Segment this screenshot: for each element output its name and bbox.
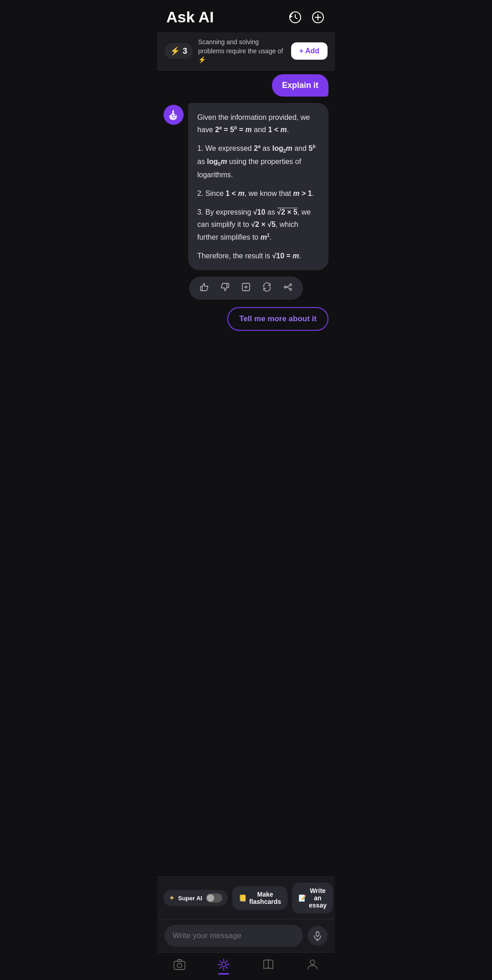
mic-button[interactable] <box>308 926 328 946</box>
ai-para-5: Therefore, the result is √10 = m. <box>197 250 319 262</box>
svg-point-2 <box>172 114 173 116</box>
ai-para-4: 3. By expressing √10 as √2 × 5, we can s… <box>197 206 319 243</box>
nav-book[interactable] <box>262 958 275 971</box>
history-icon[interactable] <box>287 10 303 25</box>
page-title: Ask AI <box>166 8 214 26</box>
lightning-icon: ⚡ <box>170 46 180 56</box>
essay-button[interactable]: 📝 Write an essay <box>292 883 333 913</box>
svg-point-12 <box>177 963 182 968</box>
add-credits-button[interactable]: + Add <box>291 42 328 60</box>
super-ai-thumb <box>207 894 214 902</box>
sparkle-icon: ✦ <box>169 894 174 902</box>
header: Ask AI <box>157 0 335 32</box>
action-buttons-container <box>189 277 303 300</box>
flashcards-button[interactable]: 📒 Make flashcards <box>232 886 287 910</box>
nav-camera[interactable] <box>173 958 186 971</box>
nav-profile[interactable] <box>306 958 319 971</box>
ai-bubble: Given the information provided, we have … <box>188 103 328 270</box>
svg-rect-10 <box>316 932 319 936</box>
svg-point-3 <box>174 114 176 116</box>
bottom-nav <box>157 952 335 980</box>
super-ai-track[interactable] <box>206 893 222 903</box>
super-ai-toggle[interactable]: ✦ Super AI <box>164 890 228 906</box>
ai-response-row: Given the information provided, we have … <box>164 103 328 270</box>
message-input[interactable] <box>164 925 303 947</box>
tell-more-container: Tell me more about it <box>164 307 328 331</box>
action-buttons-row <box>164 277 328 300</box>
refresh-button[interactable] <box>261 281 273 295</box>
share-button[interactable] <box>282 281 294 295</box>
essay-label: Write an essay <box>309 887 327 909</box>
input-area <box>157 919 335 952</box>
nav-active-indicator <box>218 973 229 975</box>
dislike-button[interactable] <box>219 281 231 295</box>
svg-rect-11 <box>174 961 185 970</box>
header-icons <box>287 10 326 25</box>
save-button[interactable] <box>240 281 252 295</box>
quick-actions-bar: ✦ Super AI 📒 Make flashcards 📝 Write an … <box>157 877 335 919</box>
tell-more-button[interactable]: Tell me more about it <box>227 307 328 331</box>
credits-count: 3 <box>183 46 187 56</box>
ai-para-1: Given the information provided, we have … <box>197 111 319 136</box>
svg-rect-5 <box>227 283 229 287</box>
svg-point-7 <box>290 284 292 286</box>
ai-avatar <box>164 105 184 125</box>
super-ai-label: Super AI <box>178 895 202 902</box>
banner-text: Scanning and solving problems require th… <box>198 38 286 65</box>
credits-badge: ⚡ 3 <box>164 43 193 59</box>
svg-point-14 <box>310 960 315 965</box>
like-button[interactable] <box>198 281 210 295</box>
chat-area: Explain it Given the information provide… <box>157 74 335 877</box>
nav-ai[interactable] <box>217 958 230 971</box>
svg-point-13 <box>221 962 226 967</box>
flashcards-label: Make flashcards <box>249 891 281 905</box>
banner: ⚡ 3 Scanning and solving problems requir… <box>157 32 335 71</box>
user-bubble: Explain it <box>272 74 328 97</box>
svg-point-8 <box>290 288 292 290</box>
lightning-small-icon: ⚡ <box>198 56 206 63</box>
ai-para-2: 1. We expressed 2a as log2m and 5b as lo… <box>197 142 319 181</box>
flashcards-emoji: 📒 <box>239 894 246 902</box>
new-chat-icon[interactable] <box>310 10 326 25</box>
user-message-container: Explain it <box>164 74 328 97</box>
ai-para-3: 2. Since 1 < m, we know that m > 1. <box>197 187 319 200</box>
svg-rect-4 <box>200 287 202 291</box>
svg-point-9 <box>284 286 286 288</box>
essay-emoji: 📝 <box>298 894 306 902</box>
